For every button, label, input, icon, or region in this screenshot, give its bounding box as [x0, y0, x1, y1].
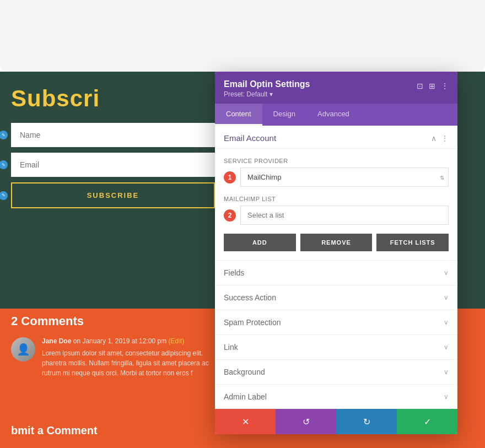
- email-account-section-header: Email Account ∧ ⋮: [215, 126, 457, 149]
- focus-icon[interactable]: ⊡: [417, 82, 423, 90]
- avatar: 👤: [11, 337, 35, 361]
- section-header-icons: ∧ ⋮: [431, 134, 449, 143]
- more-icon[interactable]: ⋮: [441, 82, 449, 90]
- action-buttons: ADD REMOVE FETCH LISTS: [224, 234, 449, 251]
- subscribe-title: Subscri: [11, 85, 215, 112]
- avatar-image: 👤: [11, 337, 35, 361]
- collapse-icon[interactable]: ∧: [431, 134, 436, 143]
- comment-date: on January 1, 2019 at 12:00 pm: [73, 337, 166, 345]
- expand-icon[interactable]: ⊞: [429, 82, 435, 90]
- comments-section: 2 Comments 👤 Jane Doe on January 1, 2019…: [11, 314, 215, 378]
- modal-title: Email Optin Settings: [224, 79, 310, 89]
- settings-form: Service Provider 1 MailChimp ⇅ MailChimp…: [215, 149, 457, 260]
- modal-tabs: Content Design Advanced: [215, 104, 457, 126]
- success-action-chevron-icon: ∨: [444, 294, 449, 301]
- success-action-section[interactable]: Success Action ∨: [215, 285, 457, 310]
- tab-design[interactable]: Design: [262, 104, 306, 126]
- admin-label-chevron-icon: ∨: [444, 393, 449, 401]
- comment-edit-link[interactable]: (Edit): [169, 337, 185, 345]
- add-button[interactable]: ADD: [224, 234, 296, 251]
- admin-label-title: Admin Label: [224, 392, 267, 401]
- tab-advanced[interactable]: Advanced: [306, 104, 360, 126]
- mailchimp-list-wrapper: 2: [224, 206, 449, 225]
- background-chevron-icon: ∨: [444, 368, 449, 376]
- modal-header-icons: ⊡ ⊞ ⋮: [417, 82, 449, 90]
- service-provider-select[interactable]: MailChimp: [240, 168, 449, 187]
- link-section[interactable]: Link ∨: [215, 334, 457, 359]
- comments-title: 2 Comments: [11, 314, 215, 328]
- modal-title-area: Email Optin Settings Preset: Default ▾: [224, 79, 310, 98]
- comment-text: Lorem ipsum dolor sit amet, consectetur …: [42, 348, 215, 378]
- fields-title: Fields: [224, 268, 244, 277]
- step-1-badge: 1: [224, 171, 236, 183]
- step-2-badge: 2: [224, 209, 236, 222]
- mailchimp-list-group: MailChimp List 2: [224, 196, 449, 225]
- subscribe-btn-wrapper: ✎ SUBSCRIBE: [11, 182, 215, 208]
- subscribe-section: Subscri ✎ ✎ ✎ SUBSCRIBE: [11, 85, 215, 208]
- submit-comment: bmit a Comment: [11, 424, 98, 437]
- email-input-wrapper: ✎: [11, 153, 215, 177]
- spam-protection-section[interactable]: Spam Protection ∨: [215, 310, 457, 334]
- modal-footer: ✕ ↺ ↻ ✓: [215, 409, 457, 434]
- cancel-button[interactable]: ✕: [215, 409, 276, 434]
- modal-preset[interactable]: Preset: Default ▾: [224, 90, 310, 98]
- name-input-wrapper: ✎: [11, 123, 215, 147]
- service-provider-label: Service Provider: [224, 158, 449, 164]
- comment-item: 👤 Jane Doe on January 1, 2019 at 12:00 p…: [11, 337, 215, 378]
- redo-button[interactable]: ↻: [336, 409, 397, 434]
- spam-protection-chevron-icon: ∨: [444, 319, 449, 326]
- spam-protection-title: Spam Protection: [224, 318, 281, 327]
- email-account-title: Email Account: [224, 133, 276, 143]
- reset-button[interactable]: ↺: [276, 409, 336, 434]
- comment-author: Jane Doe: [42, 337, 71, 345]
- comment-content: Jane Doe on January 1, 2019 at 12:00 pm …: [42, 337, 215, 378]
- background-title: Background: [224, 368, 265, 376]
- mailchimp-list-input[interactable]: [240, 206, 449, 225]
- service-provider-group: Service Provider 1 MailChimp ⇅: [224, 158, 449, 187]
- section-more-icon[interactable]: ⋮: [441, 134, 449, 143]
- comment-meta: Jane Doe on January 1, 2019 at 12:00 pm …: [42, 337, 215, 345]
- modal-body: Email Account ∧ ⋮ Service Provider 1 Mai…: [215, 126, 457, 409]
- fields-section[interactable]: Fields ∨: [215, 260, 457, 285]
- remove-button[interactable]: REMOVE: [300, 234, 373, 251]
- success-action-title: Success Action: [224, 293, 276, 302]
- background-section[interactable]: Background ∨: [215, 359, 457, 384]
- link-chevron-icon: ∨: [444, 343, 449, 351]
- bg-white-top: [0, 0, 485, 72]
- email-input[interactable]: [11, 153, 215, 177]
- tab-content[interactable]: Content: [215, 104, 262, 126]
- service-provider-wrapper: 1 MailChimp ⇅: [224, 168, 449, 187]
- modal-overlay: Email Optin Settings Preset: Default ▾ ⊡…: [215, 72, 457, 434]
- fetch-lists-button[interactable]: FETCH LISTS: [376, 234, 449, 251]
- admin-label-section[interactable]: Admin Label ∨: [215, 384, 457, 409]
- subscribe-button[interactable]: SUBSCRIBE: [11, 182, 215, 208]
- subscribe-form: ✎ ✎ ✎ SUBSCRIBE: [11, 123, 215, 208]
- name-input[interactable]: [11, 123, 215, 147]
- mailchimp-list-label: MailChimp List: [224, 196, 449, 202]
- modal-header: Email Optin Settings Preset: Default ▾ ⊡…: [215, 72, 457, 104]
- fields-chevron-icon: ∨: [444, 269, 449, 277]
- link-title: Link: [224, 343, 238, 352]
- save-button[interactable]: ✓: [397, 409, 457, 434]
